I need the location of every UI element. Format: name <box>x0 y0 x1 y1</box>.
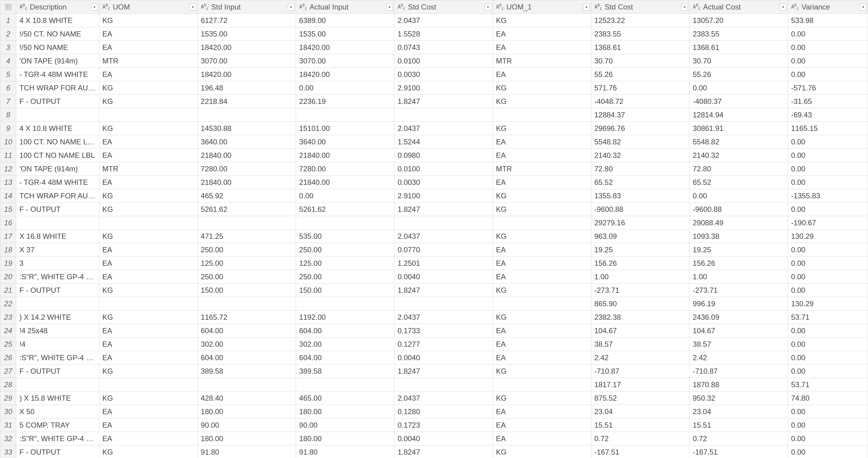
table-row[interactable]: 25!4EA302.00302.000.1277EA38.5738.570.00 <box>0 337 868 351</box>
cell[interactable]: KG <box>99 446 197 458</box>
cell[interactable]: -273.71 <box>591 284 689 297</box>
row-number[interactable]: 25 <box>0 337 16 351</box>
filter-dropdown-button[interactable]: ▾ <box>780 4 786 10</box>
row-number[interactable]: 16 <box>0 216 16 230</box>
cell[interactable]: 0.0040 <box>395 270 493 284</box>
data-grid[interactable]: ABCDescription▾ABCUOM▾ABCStd Input▾ABCAc… <box>0 0 868 458</box>
cell[interactable]: KG <box>99 364 197 378</box>
cell[interactable]: 180.00 <box>296 432 395 446</box>
cell[interactable]: 2.0437 <box>395 122 493 135</box>
row-number[interactable]: 5 <box>0 68 16 81</box>
cell[interactable]: 18420.00 <box>296 68 395 81</box>
cell[interactable]: KG <box>99 230 197 243</box>
cell[interactable]: 1535.00 <box>197 27 296 41</box>
row-number[interactable]: 26 <box>0 351 16 364</box>
cell[interactable]: 950.32 <box>689 391 788 405</box>
row-number[interactable]: 14 <box>0 189 16 203</box>
cell[interactable]: TCH WRAP FOR AUTOM... <box>16 81 99 95</box>
cell[interactable] <box>296 378 395 391</box>
cell[interactable] <box>197 378 296 391</box>
filter-dropdown-button[interactable]: ▾ <box>860 4 866 10</box>
table-row[interactable]: 21F - OUTPUTKG150.00150.001.8247KG-273.7… <box>0 284 868 297</box>
cell[interactable]: -31.65 <box>788 95 868 108</box>
cell[interactable]: 2.9100 <box>395 189 493 203</box>
cell[interactable]: 0.00 <box>788 149 868 162</box>
cell[interactable]: 196.48 <box>197 81 296 95</box>
cell[interactable] <box>16 297 99 310</box>
cell[interactable]: 0.0770 <box>395 243 493 257</box>
cell[interactable] <box>16 216 99 230</box>
cell[interactable]: EA <box>493 149 591 162</box>
filter-dropdown-button[interactable]: ▾ <box>190 4 196 10</box>
cell[interactable]: 2.42 <box>591 351 689 364</box>
filter-dropdown-button[interactable]: ▾ <box>91 4 98 10</box>
cell[interactable]: 5261.62 <box>197 203 296 216</box>
cell[interactable]: 7280.00 <box>296 162 395 176</box>
cell[interactable]: 389.58 <box>197 364 296 378</box>
cell[interactable]: 0.00 <box>689 81 788 95</box>
table-row[interactable]: 17X 16.8 WHITEKG471.25535.002.0437KG963.… <box>0 230 868 243</box>
cell[interactable]: 12884.37 <box>591 108 689 122</box>
cell[interactable]: EA <box>493 419 591 432</box>
cell[interactable]: !4 <box>16 337 99 351</box>
cell[interactable]: -4048.72 <box>591 95 689 108</box>
cell[interactable]: 1368.61 <box>689 41 788 54</box>
row-number[interactable]: 31 <box>0 419 16 432</box>
cell[interactable]: 180.00 <box>197 405 296 419</box>
row-number[interactable]: 27 <box>0 364 16 378</box>
cell[interactable]: -69.43 <box>788 108 868 122</box>
column-header[interactable]: ABCVariance▾ <box>788 0 868 14</box>
cell[interactable]: 2.0437 <box>395 14 493 27</box>
cell[interactable]: KG <box>99 122 197 135</box>
cell[interactable]: X 16.8 WHITE <box>16 230 99 243</box>
cell[interactable]: EA <box>99 27 197 41</box>
cell[interactable]: 2.0437 <box>395 230 493 243</box>
cell[interactable] <box>99 216 197 230</box>
cell[interactable]: 53.71 <box>788 310 868 324</box>
cell[interactable]: EA <box>99 149 197 162</box>
cell[interactable]: 18420.00 <box>197 68 296 81</box>
row-number[interactable]: 33 <box>0 446 16 458</box>
cell[interactable]: 302.00 <box>296 337 395 351</box>
cell[interactable]: 19.25 <box>591 243 689 257</box>
cell[interactable]: 29696.76 <box>591 122 689 135</box>
cell[interactable]: 23.04 <box>591 405 689 419</box>
cell[interactable]: X 50 <box>16 405 99 419</box>
cell[interactable]: EA <box>493 405 591 419</box>
cell[interactable]: 21840.00 <box>296 149 395 162</box>
row-number[interactable]: 23 <box>0 310 16 324</box>
cell[interactable]: 604.00 <box>197 324 296 337</box>
cell[interactable]: 125.00 <box>296 257 395 270</box>
cell[interactable]: EA <box>493 68 591 81</box>
cell[interactable]: 0.00 <box>296 189 395 203</box>
filter-dropdown-button[interactable]: ▾ <box>681 4 688 10</box>
cell[interactable]: KG <box>493 81 591 95</box>
cell[interactable]: F - OUTPUT <box>16 364 99 378</box>
cell[interactable]: 0.00 <box>788 364 868 378</box>
cell[interactable]: 0.0100 <box>395 162 493 176</box>
cell[interactable]: KG <box>493 122 591 135</box>
cell[interactable] <box>296 216 395 230</box>
cell[interactable]: KG <box>493 14 591 27</box>
cell[interactable]: EA <box>493 243 591 257</box>
cell[interactable]: 55.26 <box>591 68 689 81</box>
table-row[interactable]: 315 COMP. TRAYEA90.0090.000.1723EA15.511… <box>0 419 868 432</box>
cell[interactable]: 90.00 <box>197 419 296 432</box>
cell[interactable]: 0.00 <box>689 189 788 203</box>
cell[interactable]: 2383.55 <box>591 27 689 41</box>
cell[interactable]: 1.5244 <box>395 135 493 149</box>
table-row[interactable]: 24!4 25x48EA604.00604.000.1733EA104.6710… <box>0 324 868 337</box>
cell[interactable]: F - OUTPUT <box>16 203 99 216</box>
cell[interactable]: 38.57 <box>689 337 788 351</box>
cell[interactable]: - TGR-4 48M WHITE <box>16 176 99 189</box>
row-number[interactable]: 3 <box>0 41 16 54</box>
cell[interactable]: 1870.88 <box>689 378 788 391</box>
cell[interactable]: 21840.00 <box>197 176 296 189</box>
cell[interactable]: 0.00 <box>788 27 868 41</box>
cell[interactable]: 104.67 <box>591 324 689 337</box>
row-number[interactable]: 4 <box>0 54 16 68</box>
table-row[interactable]: 23) X 14.2 WHITEKG1165.721192.002.0437KG… <box>0 310 868 324</box>
cell[interactable]: -9600.88 <box>591 203 689 216</box>
cell[interactable]: 0.00 <box>788 257 868 270</box>
cell[interactable]: 12814.94 <box>689 108 788 122</box>
